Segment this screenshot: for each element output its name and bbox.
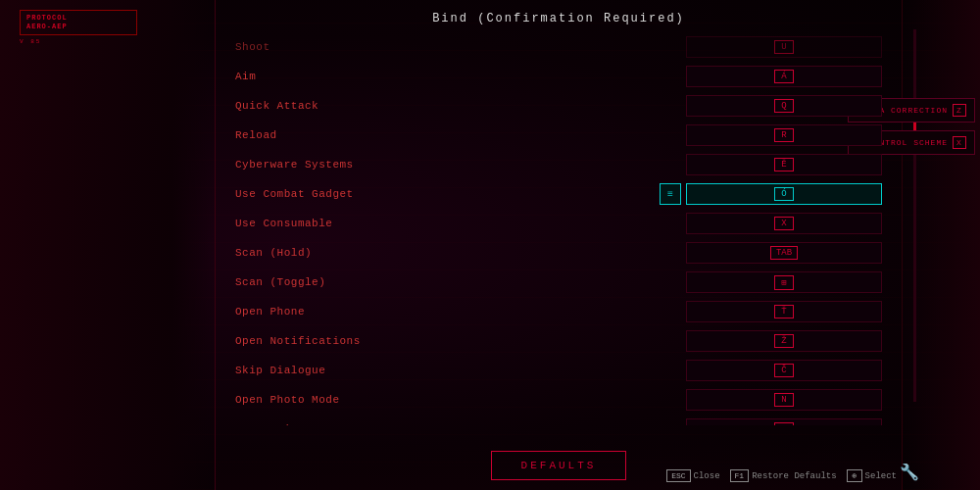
binding-key-area[interactable]: N	[451, 389, 882, 411]
binding-label: Shoot	[235, 41, 451, 53]
binding-row: Open Main MenuI	[235, 416, 882, 425]
binding-row: Open Photo ModeN	[235, 386, 882, 414]
logo-text-line1: PROTOCOL	[26, 14, 130, 23]
hint-key: F1	[730, 469, 750, 482]
key-badge: Á	[774, 70, 794, 83]
bindings-list: ShootUAimÁQuick AttackQReloadRCyberware …	[216, 33, 902, 425]
binding-key-area[interactable]: Q	[451, 95, 882, 117]
key-badge: Q	[774, 99, 794, 113]
key-badge: TAB	[770, 246, 798, 260]
key-badge: I	[774, 422, 794, 425]
binding-row: Skip DialogueČ	[235, 357, 882, 384]
scrollbar-track[interactable]	[913, 29, 916, 402]
binding-label: Quick Attack	[235, 100, 451, 112]
binding-key-area[interactable]: TAB	[451, 242, 882, 264]
key-input[interactable]: Ó	[686, 183, 882, 205]
binding-label: Open Photo Mode	[235, 394, 451, 406]
defaults-button[interactable]: DEFAULTS	[491, 451, 627, 480]
binding-label: Open Main Menu	[235, 423, 451, 425]
binding-row: Open NotificationsŽ	[235, 327, 882, 355]
hint-key: ESC	[666, 469, 690, 482]
main-content: Bind (Confirmation Required) ShootUAimÁQ…	[216, 0, 902, 490]
binding-label: Skip Dialogue	[235, 365, 451, 376]
logo-area: PROTOCOL AERO-AEP V 85	[20, 10, 137, 45]
binding-key-area[interactable]: Č	[451, 360, 882, 381]
binding-key-area[interactable]: Ó	[451, 183, 882, 205]
key-input[interactable]: Č	[686, 360, 882, 381]
hint-label: Restore Defaults	[752, 471, 836, 481]
key-badge: Ž	[774, 334, 794, 348]
binding-row: ReloadR	[235, 122, 882, 149]
binding-label: Scan (Toggle)	[235, 276, 451, 288]
key-badge: Č	[774, 364, 794, 377]
binding-label: Open Phone	[235, 306, 451, 318]
gamma-correction-key: Z	[953, 104, 966, 117]
logo-box: PROTOCOL AERO-AEP	[20, 10, 137, 35]
key-input[interactable]: U	[686, 36, 882, 58]
binding-row: Cyberware SystemsĚ	[235, 151, 882, 178]
select-icon-area: 🔧	[900, 463, 919, 482]
binding-key-area[interactable]: X	[451, 213, 882, 234]
hint-key: ⊕	[847, 469, 862, 482]
binding-label: Use Consumable	[235, 218, 451, 229]
binding-row: Scan (Toggle)⊞	[235, 269, 882, 296]
hint-label: Close	[694, 471, 720, 481]
key-input[interactable]: X	[686, 213, 882, 234]
key-badge: N	[774, 393, 794, 407]
key-input[interactable]: Á	[686, 66, 882, 87]
binding-key-area[interactable]: Á	[451, 66, 882, 87]
hint-label: Select	[865, 471, 897, 481]
key-badge: R	[774, 128, 794, 142]
key-input[interactable]: R	[686, 124, 882, 146]
binding-label: Scan (Hold)	[235, 247, 451, 259]
binding-row: Quick AttackQ	[235, 92, 882, 120]
binding-key-area[interactable]: Ě	[451, 154, 882, 175]
key-input[interactable]: TAB	[686, 242, 882, 264]
page-title: Bind (Confirmation Required)	[216, 0, 902, 33]
active-cursor	[660, 183, 681, 205]
binding-label: Use Combat Gadget	[235, 188, 451, 200]
footer-hints: ESCCloseF1Restore Defaults⊕Select	[666, 469, 897, 482]
logo-text-line2: AERO-AEP	[26, 23, 130, 31]
left-panel: PROTOCOL AERO-AEP V 85	[0, 0, 216, 490]
key-badge: U	[774, 40, 794, 54]
binding-key-area[interactable]: I	[451, 418, 882, 425]
binding-key-area[interactable]: Ž	[451, 330, 882, 352]
binding-row: Use Combat GadgetÓ	[235, 180, 882, 208]
binding-row: Use ConsumableX	[235, 210, 882, 237]
key-input[interactable]: ⊞	[686, 271, 882, 293]
binding-label: Cyberware Systems	[235, 159, 451, 171]
key-badge: Ó	[774, 187, 794, 201]
key-badge: X	[774, 217, 794, 230]
binding-row: ShootU	[235, 33, 882, 61]
key-input[interactable]: Ž	[686, 330, 882, 352]
binding-row: Open PhoneŤ	[235, 298, 882, 325]
key-input[interactable]: Ě	[686, 154, 882, 175]
binding-label: Open Notifications	[235, 335, 451, 347]
binding-key-area[interactable]: U	[451, 36, 882, 58]
key-badge: ⊞	[774, 275, 794, 290]
key-input[interactable]: I	[686, 418, 882, 425]
binding-label: Aim	[235, 71, 451, 82]
binding-key-area[interactable]: ⊞	[451, 271, 882, 293]
key-input[interactable]: N	[686, 389, 882, 411]
key-input[interactable]: Ť	[686, 301, 882, 322]
binding-row: Scan (Hold)TAB	[235, 239, 882, 267]
control-scheme-key: X	[953, 136, 966, 149]
key-input[interactable]: Q	[686, 95, 882, 117]
binding-row: AimÁ	[235, 63, 882, 90]
binding-key-area[interactable]: R	[451, 124, 882, 146]
binding-key-area[interactable]: Ť	[451, 301, 882, 322]
binding-label: Reload	[235, 129, 451, 141]
bottom-bar: DEFAULTS	[216, 441, 902, 490]
key-badge: Ě	[774, 158, 794, 172]
logo-sub: V 85	[20, 38, 137, 45]
right-panel: GAMMA CORRECTION Z CONTROL SCHEME X	[902, 0, 980, 490]
hint-item: F1Restore Defaults	[730, 469, 837, 482]
key-badge: Ť	[774, 305, 794, 318]
select-person-icon: 🔧	[900, 465, 919, 482]
hint-item: ⊕Select	[847, 469, 897, 482]
hint-item: ESCClose	[666, 469, 719, 482]
